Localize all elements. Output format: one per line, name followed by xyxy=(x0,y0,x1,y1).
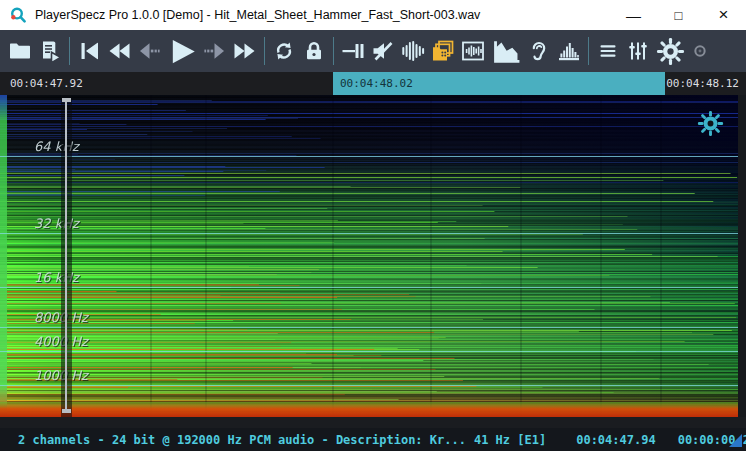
time-start-label: 00:04:47.92 xyxy=(10,77,83,90)
area-chart-icon xyxy=(491,36,522,67)
file-play-icon xyxy=(38,39,62,63)
play-button[interactable] xyxy=(164,33,200,69)
listen-button[interactable] xyxy=(524,33,554,69)
gear-icon xyxy=(656,37,685,66)
window-title: PlayerSpecz Pro 1.0.0 [Demo] - Hit_Metal… xyxy=(35,8,480,22)
mixer-button[interactable] xyxy=(623,33,653,69)
ear-icon xyxy=(527,39,551,63)
batch-spectrogram-button[interactable] xyxy=(428,33,458,69)
skip-start-icon xyxy=(77,39,101,63)
title-bar[interactable]: PlayerSpecz Pro 1.0.0 [Demo] - Hit_Metal… xyxy=(0,0,746,30)
loop-icon xyxy=(272,39,296,63)
folder-icon xyxy=(8,39,32,63)
toolbar-separator xyxy=(333,37,334,65)
settings-button[interactable] xyxy=(653,33,687,69)
spectrogram-settings-gear-icon[interactable] xyxy=(697,110,724,137)
close-button[interactable]: × xyxy=(701,0,746,30)
open-playlist-button[interactable] xyxy=(35,33,65,69)
app-logo-icon xyxy=(9,6,27,24)
app-window: PlayerSpecz Pro 1.0.0 [Demo] - Hit_Metal… xyxy=(0,0,746,451)
loop-button[interactable] xyxy=(269,33,299,69)
speaker-muted-icon xyxy=(371,39,395,63)
toolbar xyxy=(0,30,746,72)
rewind-icon xyxy=(107,39,131,63)
fast-forward-icon xyxy=(233,39,257,63)
spectrogram-canvas[interactable] xyxy=(0,95,738,417)
waveform-icon xyxy=(401,39,425,63)
step-back-button[interactable] xyxy=(134,33,164,69)
hamburger-menu-icon xyxy=(596,39,620,63)
spectrogram-view-button[interactable] xyxy=(458,33,488,69)
framed-waveform-icon xyxy=(461,39,485,63)
fast-forward-button[interactable] xyxy=(230,33,260,69)
histogram-icon xyxy=(557,39,581,63)
waveform-view-button[interactable] xyxy=(398,33,428,69)
lock-button[interactable] xyxy=(299,33,329,69)
bottom-spacer xyxy=(0,417,746,428)
time-selection-region[interactable]: 00:04:48.02 xyxy=(333,72,665,95)
sliders-icon xyxy=(626,39,650,63)
arrow-right-dashed-icon xyxy=(203,39,227,63)
stacked-files-icon xyxy=(431,39,455,63)
skip-start-button[interactable] xyxy=(74,33,104,69)
playhead-line xyxy=(65,99,67,410)
bar-end-icon xyxy=(341,39,365,63)
histogram-view-button[interactable] xyxy=(554,33,584,69)
time-selection-label: 00:04:48.02 xyxy=(340,77,413,90)
rewind-button[interactable] xyxy=(104,33,134,69)
toolbar-separator xyxy=(69,37,70,65)
resize-grip[interactable] xyxy=(729,434,742,447)
record-indicator[interactable] xyxy=(687,33,713,69)
mute-button[interactable] xyxy=(368,33,398,69)
open-file-button[interactable] xyxy=(5,33,35,69)
lock-icon xyxy=(302,39,326,63)
time-end-label: 00:04:48.12 xyxy=(666,77,739,90)
minimize-button[interactable]: — xyxy=(611,0,656,30)
play-icon xyxy=(167,36,198,67)
position-time-readout: 00:04:47.94 xyxy=(576,433,655,447)
playhead-bottom-handle[interactable] xyxy=(62,409,71,413)
status-bar: 2 channels - 24 bit @ 192000 Hz PCM audi… xyxy=(0,428,746,451)
spectrogram-panel xyxy=(0,95,746,417)
arrow-left-dashed-icon xyxy=(137,39,161,63)
toolbar-separator xyxy=(264,37,265,65)
time-ruler[interactable]: 00:04:47.92 00:04:48.02 00:04:48.12 xyxy=(0,72,746,95)
audio-format-info: 2 channels - 24 bit @ 192000 Hz PCM audi… xyxy=(18,433,466,447)
playhead[interactable] xyxy=(61,95,72,417)
toolbar-separator xyxy=(588,37,589,65)
menu-button[interactable] xyxy=(593,33,623,69)
pitch-readout: 41 Hz [E1] xyxy=(474,433,546,447)
maximize-button[interactable]: □ xyxy=(656,0,701,30)
spectrum-view-button[interactable] xyxy=(488,33,524,69)
record-dot-icon xyxy=(692,43,708,59)
stop-at-end-button[interactable] xyxy=(338,33,368,69)
step-forward-button[interactable] xyxy=(200,33,230,69)
